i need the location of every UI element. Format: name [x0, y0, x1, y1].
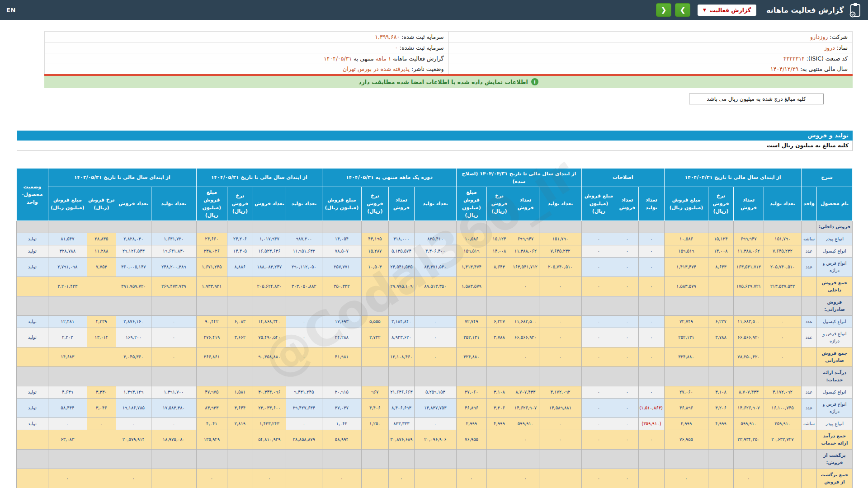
table-cell — [196, 296, 227, 315]
value-cell: ۱۶,۵۲۳,۶۳۶ — [253, 245, 286, 257]
table-cell — [48, 296, 87, 315]
value-cell: ۸۴,۳۷۱,۵۴۰ — [414, 257, 456, 277]
value-cell: ۰ — [414, 418, 456, 430]
value-cell: ۳۵۹,۹۱۰ — [764, 418, 802, 430]
status-cell: تولید — [16, 418, 48, 430]
value-cell: ۵۹۹,۹۱۰ — [734, 418, 764, 430]
value-cell: ۴,۹۹۹ — [486, 418, 512, 430]
value-cell: ۰ — [616, 430, 638, 449]
clipboard-icon — [849, 2, 862, 18]
column-header: تعداد تولید — [286, 187, 322, 221]
table-row: جمع فروش داخلی۲۱۳,۵۳۷,۵۳۲۱۷۵,۶۲۹,۷۲۱۱,۵۸… — [16, 277, 852, 296]
value-cell: ۰ — [581, 386, 616, 398]
table-cell — [322, 366, 361, 386]
value-cell: ۳,۶۶۲ — [227, 328, 253, 347]
table-cell — [286, 366, 322, 386]
value-cell: ۱,۳۹۱,۷۰۰ — [151, 386, 196, 398]
value-cell: ۲۴,۶۶۰ — [196, 233, 227, 245]
value-cell: ۷۲,۷۴۹ — [456, 315, 486, 328]
value-cell: ۳۲۸,۷۸۸ — [48, 245, 87, 257]
column-header: تعداد فروش — [253, 187, 286, 221]
value-cell: ۳۰,۳۴۴,۰۹۶ — [253, 386, 286, 398]
value-cell: ۱۶۳,۵۴۱,۷۱۲ — [734, 257, 764, 277]
status-cell: تولید — [16, 233, 48, 245]
table-row: انواع کپسولعدد۰۱۱,۶۸۳,۵۰۰۶,۲۲۷۷۲,۷۴۹۰۰۰۰… — [16, 315, 852, 328]
value-cell: ۰ — [638, 277, 664, 296]
value-cell: ۷,۷۵۳ — [87, 257, 116, 277]
value-cell: ۵۴,۸۱۰,۹۳۹ — [253, 430, 286, 449]
table-row: جمع درآمد ارائه خدمات۲۰,۶۳۲,۷۴۷۲۳,۹۳۴,۲۵… — [16, 430, 852, 449]
value-cell: ۱۴,۰۰۸ — [708, 245, 734, 257]
value-cell: ۰ — [196, 469, 227, 488]
value-cell: ۱۱,۹۵۱,۶۳۲ — [286, 245, 322, 257]
table-cell — [253, 366, 286, 386]
unit-cell: عدد — [802, 315, 817, 328]
previous-report-button[interactable]: ❮ — [656, 3, 671, 17]
column-header: تعداد تولید — [638, 187, 664, 221]
table-cell — [116, 366, 151, 386]
value-cell — [227, 347, 253, 366]
value-cell: ۱۱,۲۸۸ — [87, 245, 116, 257]
value-cell: ۶,۲۲۷ — [708, 315, 734, 328]
value-cell: ۲۳۸,۰۲۶ — [196, 245, 227, 257]
value-cell — [361, 347, 388, 366]
value-cell: ۲,۲۰۲ — [48, 328, 87, 347]
column-group-header: از ابتدای سال مالی تا تاریخ ۱۴۰۴/۰۵/۳۱ — [196, 168, 322, 187]
value-cell: ۱۷,۵۸۳,۳۸۰ — [151, 398, 196, 418]
value-cell: ۰ — [512, 347, 539, 366]
table-cell — [486, 221, 512, 233]
table-cell — [734, 221, 764, 233]
value-cell: ۰ — [638, 315, 664, 328]
value-cell: ۱۶,۱۰۰,۷۴۵ — [764, 398, 802, 418]
value-cell: ۲۰۵,۶۲۴,۸۳۰ — [253, 277, 286, 296]
value-cell: ۱,۰۴۲ — [322, 418, 361, 430]
value-cell: ۳۷,۰۳۷ — [322, 398, 361, 418]
value-cell: ۵۸,۹۹۴ — [322, 430, 361, 449]
value-cell: ۲۴۸,۲۰۰,۳۸۹ — [151, 257, 196, 277]
value-cell: ۴,۳۳۹ — [87, 315, 116, 328]
value-cell: ۱,۴۱۳,۴۷۴ — [664, 257, 708, 277]
unit-cell: عدد — [802, 328, 817, 347]
value-cell: ۳,۲۰۶ — [708, 398, 734, 418]
table-row: جمع فروش صادراتی۰۷۸,۲۵۰,۴۲۰۳۲۴,۸۸۰۰۰۰۰۰۳… — [16, 347, 852, 366]
value-cell: ۲۵۲,۱۳۱ — [664, 328, 708, 347]
language-toggle[interactable]: EN — [6, 7, 16, 14]
value-cell: ۱۰,۵۸۶ — [664, 233, 708, 245]
product-name-cell: انواع قرص و دراژه — [817, 328, 853, 347]
report-type-dropdown[interactable]: گزارش فعالیت ▼ — [698, 5, 756, 16]
value-cell: ۱,۳۹۳,۱۲۹ — [116, 386, 151, 398]
table-cell — [196, 221, 227, 233]
table-cell — [322, 221, 361, 233]
table-cell — [664, 366, 708, 386]
table-cell — [151, 449, 196, 469]
value-cell: ۳,۱۰۸ — [486, 386, 512, 398]
value-cell: ۳۱۸,۰۰۰ — [388, 233, 414, 245]
table-cell — [361, 366, 388, 386]
column-header: نرخ فروش (ریال) — [708, 187, 734, 221]
value-cell: ۰ — [581, 245, 616, 257]
value-cell: ۰ — [616, 315, 638, 328]
value-cell: ۳,۱۰۸ — [708, 386, 734, 398]
value-cell: ۰ — [638, 430, 664, 449]
value-cell: ۱,۵۸۳,۵۷۹ — [664, 277, 708, 296]
status-cell: تولید — [16, 328, 48, 347]
value-cell: ۸,۷۰۷,۴۳۳ — [734, 386, 764, 398]
value-cell: ۰ — [539, 315, 581, 328]
value-cell: ۲۹۰,۱۱۲,۰۵۰ — [286, 257, 322, 277]
next-report-button[interactable]: ❯ — [675, 3, 690, 17]
value-cell: ۶,۰۸۳ — [227, 315, 253, 328]
value-cell: ۳,۷۸۸ — [486, 328, 512, 347]
value-cell: ۱۷,۶۹۳ — [322, 315, 361, 328]
value-cell — [414, 469, 456, 488]
value-cell: ۰ — [638, 233, 664, 245]
table-cell — [486, 296, 512, 315]
table-cell — [116, 221, 151, 233]
value-cell: ۳,۷۸۸ — [708, 328, 734, 347]
value-cell: ۲۴,۲۸۸ — [322, 328, 361, 347]
value-cell: ۰ — [581, 328, 616, 347]
value-cell — [764, 469, 802, 488]
table-row: انواع پودرساشه۱۵۱,۷۹۰۶۹۹,۹۴۷۱۵,۱۲۴۱۰,۵۸۶… — [16, 233, 852, 245]
value-cell: ۰ — [116, 469, 151, 488]
value-cell: ۰ — [581, 257, 616, 277]
product-name-cell: انواع قرص و دراژه — [817, 398, 853, 418]
